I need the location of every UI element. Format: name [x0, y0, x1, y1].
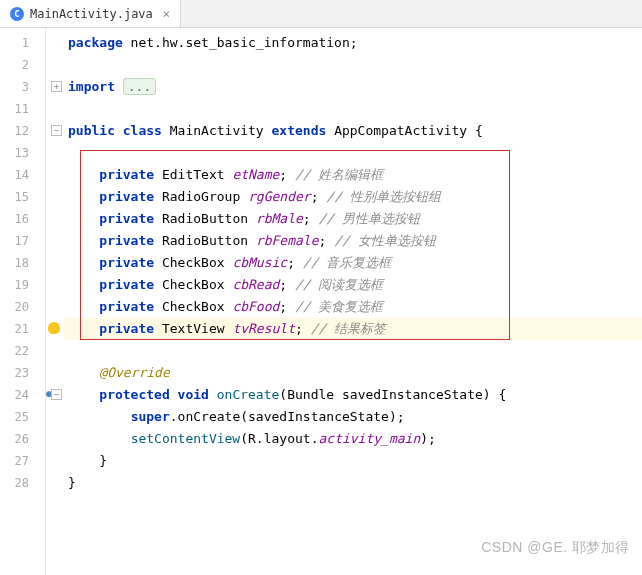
- line-number[interactable]: 20: [0, 296, 45, 318]
- superclass: AppCompatActivity {: [326, 123, 483, 138]
- type: CheckBox: [162, 277, 225, 292]
- line-number[interactable]: 19: [0, 274, 45, 296]
- line-number[interactable]: 1: [0, 32, 45, 54]
- comment: // 阅读复选框: [295, 277, 383, 292]
- brace: }: [99, 453, 107, 468]
- comment: // 结果标签: [311, 321, 386, 336]
- keyword: protected: [99, 387, 169, 402]
- field-name: etName: [232, 167, 279, 182]
- type: EditText: [162, 167, 225, 182]
- field-name: rbMale: [256, 211, 303, 226]
- line-number[interactable]: 11: [0, 98, 45, 120]
- close-icon[interactable]: ×: [163, 7, 170, 21]
- type: TextView: [162, 321, 225, 336]
- keyword: private: [99, 299, 154, 314]
- type: RadioButton: [162, 233, 248, 248]
- method-call: setContentView: [131, 431, 241, 446]
- line-number[interactable]: 24: [0, 384, 45, 406]
- keyword: import: [68, 79, 115, 94]
- file-tab[interactable]: C MainActivity.java ×: [0, 0, 181, 27]
- line-number[interactable]: 15: [0, 186, 45, 208]
- fold-icon[interactable]: −: [51, 125, 62, 136]
- args: (R.layout.: [240, 431, 318, 446]
- field-name: rbFemale: [256, 233, 319, 248]
- type: CheckBox: [162, 299, 225, 314]
- params: (Bundle savedInstanceState) {: [279, 387, 506, 402]
- comment: // 性别单选按钮组: [326, 189, 440, 204]
- line-number[interactable]: 22: [0, 340, 45, 362]
- field-name: cbFood: [232, 299, 279, 314]
- field-name: tvResult: [232, 321, 295, 336]
- annotation: @Override: [99, 365, 169, 380]
- fold-icon[interactable]: −: [51, 389, 62, 400]
- keyword: private: [99, 277, 154, 292]
- folded-region[interactable]: ...: [123, 78, 156, 95]
- tab-bar: C MainActivity.java ×: [0, 0, 642, 28]
- fold-icon[interactable]: +: [51, 81, 62, 92]
- class-name: MainActivity: [162, 123, 272, 138]
- type: RadioGroup: [162, 189, 240, 204]
- java-class-icon: C: [10, 7, 24, 21]
- line-number[interactable]: 21: [0, 318, 45, 340]
- brace: }: [68, 475, 76, 490]
- tab-title: MainActivity.java: [30, 7, 153, 21]
- line-number[interactable]: 14: [0, 164, 45, 186]
- resource-ref: activity_main: [318, 431, 420, 446]
- comment: // 音乐复选框: [303, 255, 391, 270]
- keyword: private: [99, 233, 154, 248]
- keyword: private: [99, 167, 154, 182]
- field-name: cbRead: [232, 277, 279, 292]
- field-name: rgGender: [248, 189, 311, 204]
- keyword: extends: [272, 123, 327, 138]
- comment: // 男性单选按钮: [318, 211, 419, 226]
- line-number-gutter: 1 2 3 11 12 13 14 15 16 17 18 19 20 21 2…: [0, 28, 46, 575]
- keyword: super: [131, 409, 170, 424]
- line-number[interactable]: 13: [0, 142, 45, 164]
- keyword: class: [123, 123, 162, 138]
- keyword: package: [68, 35, 123, 50]
- code-area[interactable]: package net.hw.set_basic_information; im…: [64, 28, 642, 575]
- keyword: private: [99, 211, 154, 226]
- marker-gutter: + − ●↑−: [46, 28, 64, 575]
- line-number[interactable]: 17: [0, 230, 45, 252]
- package-name: net.hw.set_basic_information;: [123, 35, 358, 50]
- method-name: onCreate: [217, 387, 280, 402]
- keyword: public: [68, 123, 115, 138]
- editor: 1 2 3 11 12 13 14 15 16 17 18 19 20 21 2…: [0, 28, 642, 575]
- type: RadioButton: [162, 211, 248, 226]
- keyword: private: [99, 255, 154, 270]
- line-number[interactable]: 16: [0, 208, 45, 230]
- comment: // 姓名编辑框: [295, 167, 383, 182]
- line-number[interactable]: 18: [0, 252, 45, 274]
- keyword: void: [178, 387, 209, 402]
- line-number[interactable]: 3: [0, 76, 45, 98]
- keyword: private: [99, 321, 154, 336]
- line-number[interactable]: 28: [0, 472, 45, 494]
- intention-bulb-icon[interactable]: [48, 322, 60, 334]
- line-number[interactable]: 23: [0, 362, 45, 384]
- args: );: [420, 431, 436, 446]
- line-number[interactable]: 27: [0, 450, 45, 472]
- type: CheckBox: [162, 255, 225, 270]
- line-number[interactable]: 25: [0, 406, 45, 428]
- watermark: CSDN @GE. 耶梦加得: [481, 539, 630, 557]
- line-number[interactable]: 12: [0, 120, 45, 142]
- keyword: private: [99, 189, 154, 204]
- line-number[interactable]: 26: [0, 428, 45, 450]
- comment: // 美食复选框: [295, 299, 383, 314]
- comment: // 女性单选按钮: [334, 233, 435, 248]
- call: .onCreate(savedInstanceState);: [170, 409, 405, 424]
- field-name: cbMusic: [232, 255, 287, 270]
- line-number[interactable]: 2: [0, 54, 45, 76]
